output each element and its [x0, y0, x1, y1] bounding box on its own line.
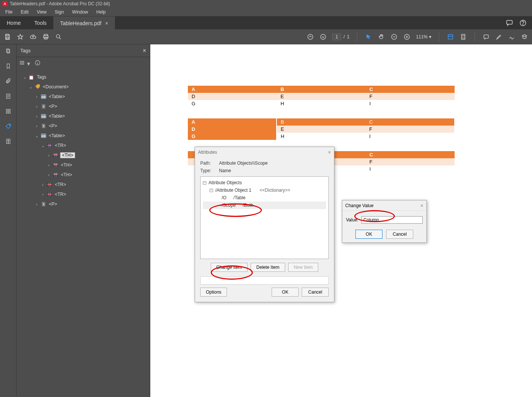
fit-page-icon[interactable]	[459, 33, 467, 41]
hand-tool-icon[interactable]	[378, 33, 385, 41]
tree-node-label[interactable]: <Table>	[48, 133, 66, 138]
zoom-readout[interactable]: 111% ▾	[416, 34, 431, 39]
change-item-button[interactable]: Change Item	[211, 263, 248, 272]
sign-tool-icon[interactable]	[508, 33, 515, 41]
change-value-input[interactable]	[361, 216, 423, 224]
tags-tree[interactable]: ⌄Tags⌄<Document>›<Table>›¶<P>›<Table>›¶<…	[17, 70, 150, 211]
tree-node[interactable]: ›¶<P>	[18, 102, 148, 111]
save-icon[interactable]	[4, 33, 11, 41]
tree-node-label[interactable]: Tags	[36, 74, 47, 80]
tab-home[interactable]: Home	[0, 17, 27, 29]
menu-file[interactable]: File	[2, 8, 16, 16]
search-icon[interactable]	[55, 33, 62, 41]
document-viewport[interactable]: ◀ ABCDEFGHIABCDEFGHICFI Attributes × Pat…	[150, 44, 532, 397]
arrow-cursor-icon[interactable]	[365, 33, 372, 41]
tree-node-label[interactable]: <TH>	[60, 162, 73, 168]
caret-right-icon[interactable]: ›	[35, 105, 39, 109]
accessibility-icon[interactable]	[5, 138, 11, 146]
attributes-dialog-titlebar[interactable]: Attributes ×	[195, 147, 334, 158]
tree-node[interactable]: ›<Table>	[18, 92, 148, 102]
caret-right-icon[interactable]: ›	[35, 95, 39, 99]
page-number-input[interactable]	[332, 33, 341, 40]
menu-edit[interactable]: Edit	[17, 8, 32, 16]
tree-node[interactable]: ⌄<TR>	[18, 141, 148, 150]
tree-node[interactable]: ›¶<P>	[18, 199, 148, 209]
order-icon[interactable]	[5, 108, 11, 116]
stamp-icon[interactable]	[521, 33, 528, 41]
caret-right-icon[interactable]: ›	[35, 124, 39, 128]
options-menu-icon[interactable]: ▾	[20, 60, 30, 67]
star-icon[interactable]	[17, 33, 24, 41]
tree-node-label[interactable]: <Table>	[48, 114, 66, 119]
caret-down-icon[interactable]: ⌄	[29, 85, 33, 89]
cloud-upload-icon[interactable]	[29, 33, 37, 41]
attachments-icon[interactable]	[5, 78, 11, 86]
attr-row-scope-key[interactable]: /Scope	[222, 203, 236, 208]
tree-node-label[interactable]: <TH>	[60, 152, 75, 158]
close-panel-icon[interactable]: ×	[143, 47, 146, 54]
content-icon[interactable]	[5, 93, 11, 101]
caret-right-icon[interactable]: ›	[47, 153, 51, 158]
caret-right-icon[interactable]: ›	[41, 183, 45, 187]
tree-node[interactable]: ›<TH>	[18, 170, 148, 180]
caret-down-icon[interactable]: ⌄	[35, 134, 39, 138]
change-value-titlebar[interactable]: Change Value ×	[342, 200, 426, 211]
delete-item-button[interactable]: Delete Item	[251, 263, 285, 272]
tree-node[interactable]: ›<Table>	[18, 111, 148, 121]
change-value-close-icon[interactable]: ×	[420, 203, 423, 209]
attr-tree-obj[interactable]: /Attribute Object 1	[215, 188, 251, 193]
attributes-dialog-close-icon[interactable]: ×	[328, 149, 331, 155]
change-value-cancel-button[interactable]: Cancel	[386, 230, 413, 239]
tree-node[interactable]: ›¶<P>	[18, 121, 148, 131]
caret-right-icon[interactable]: ›	[41, 192, 45, 197]
caret-down-icon[interactable]: ⌄	[41, 144, 45, 148]
sticky-note-icon[interactable]	[482, 33, 490, 41]
page-up-icon[interactable]	[307, 33, 314, 41]
tab-close-icon[interactable]: ×	[105, 20, 108, 26]
zoom-out-icon[interactable]	[390, 33, 398, 41]
tree-node-label[interactable]: <TR>	[54, 143, 67, 148]
caret-right-icon[interactable]: ›	[35, 114, 39, 118]
tree-node-label[interactable]: <Document>	[42, 84, 70, 89]
tree-node[interactable]: ⌄<Table>	[18, 131, 148, 141]
change-value-ok-button[interactable]: OK	[355, 230, 382, 239]
print-icon[interactable]	[42, 33, 50, 41]
menu-window[interactable]: Window	[68, 8, 92, 16]
info-icon[interactable]	[35, 60, 41, 67]
tags-icon[interactable]	[5, 123, 11, 131]
attr-tree-root[interactable]: Attribute Objects	[209, 180, 242, 185]
zoom-in-icon[interactable]	[403, 33, 411, 41]
tree-node[interactable]: ›<TR>	[18, 180, 148, 189]
tree-node-label[interactable]: <P>	[48, 202, 58, 207]
attributes-options-button[interactable]: Options	[200, 288, 227, 297]
tree-node-label[interactable]: <TR>	[54, 182, 67, 187]
caret-down-icon[interactable]: ⌄	[23, 75, 27, 79]
fit-width-icon[interactable]	[447, 33, 454, 41]
menu-sign[interactable]: Sign	[51, 8, 68, 16]
tree-node-label[interactable]: <TH>	[60, 172, 73, 177]
tree-node-label[interactable]: <P>	[48, 123, 58, 129]
thumbnails-icon[interactable]	[5, 48, 11, 56]
caret-right-icon[interactable]: ›	[35, 202, 39, 206]
tree-node[interactable]: ›<TR>	[18, 189, 148, 199]
menu-help[interactable]: Help	[93, 8, 110, 16]
comment-bubble-icon[interactable]	[506, 19, 513, 27]
bookmarks-icon[interactable]	[5, 63, 11, 71]
tab-tools[interactable]: Tools	[27, 17, 53, 29]
attributes-ok-button[interactable]: OK	[272, 288, 299, 297]
tree-node-label[interactable]: <TR>	[54, 192, 67, 197]
help-icon[interactable]	[519, 19, 527, 27]
attributes-cancel-button[interactable]: Cancel	[302, 288, 329, 297]
attr-row-o-key[interactable]: /O	[222, 195, 227, 200]
caret-right-icon[interactable]: ›	[47, 173, 51, 177]
tree-node[interactable]: ›<TH>	[18, 160, 148, 170]
caret-right-icon[interactable]: ›	[47, 163, 51, 167]
tree-node-label[interactable]: <Table>	[48, 94, 66, 99]
tree-node[interactable]: ›<TH>	[18, 150, 148, 160]
tree-node-label[interactable]: <P>	[48, 104, 58, 109]
tab-document[interactable]: TableHeaders.pdf ×	[53, 17, 115, 29]
page-down-icon[interactable]	[319, 33, 327, 41]
attributes-tree[interactable]: −Attribute Objects −/Attribute Object 1 …	[200, 176, 329, 259]
highlight-icon[interactable]	[495, 33, 503, 41]
tree-node[interactable]: ⌄<Document>	[18, 82, 148, 92]
